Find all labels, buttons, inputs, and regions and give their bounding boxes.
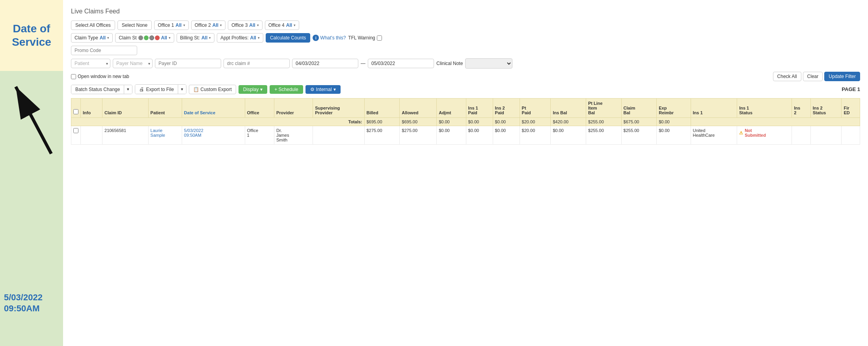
payer-id-input[interactable] bbox=[155, 59, 221, 68]
date-to-input[interactable] bbox=[368, 59, 434, 68]
dos-link[interactable]: 5/03/202209:50AM bbox=[184, 128, 203, 138]
office-filter-row: Select All Offices Select None Office 1 … bbox=[71, 20, 860, 30]
claim-st-arrow-icon: ▾ bbox=[169, 36, 171, 40]
check-all-button[interactable]: Check All bbox=[773, 72, 801, 81]
custom-export-label: Custom Export bbox=[200, 87, 231, 92]
row-supervising-provider bbox=[313, 126, 365, 145]
schedule-button[interactable]: + Schedule bbox=[270, 85, 303, 94]
office1-dropdown[interactable]: Office 1 All ▾ bbox=[154, 20, 188, 30]
appt-profiles-arrow-icon: ▾ bbox=[258, 36, 260, 40]
totals-row: Totals: $695.00 $695.00 $0.00 $0.00 $0.0… bbox=[71, 118, 860, 126]
row-pt-line-item-bal: $255.00 bbox=[586, 126, 622, 145]
export-to-file-button[interactable]: 🖨 Export to File bbox=[135, 85, 178, 94]
th-ins1-paid: Ins 1Paid bbox=[466, 99, 493, 118]
claim-type-value: All bbox=[100, 35, 106, 41]
appt-profiles-dropdown[interactable]: Appt Profiles: All ▾ bbox=[217, 33, 263, 43]
row-checkbox[interactable] bbox=[73, 128, 78, 133]
claim-type-label: Claim Type bbox=[75, 35, 98, 41]
row-provider: Dr.JamesSmith bbox=[274, 126, 313, 145]
claim-type-dropdown[interactable]: Claim Type All ▾ bbox=[71, 33, 113, 43]
clinical-note-select[interactable] bbox=[465, 58, 512, 69]
th-ins-bal: Ins Bal bbox=[551, 99, 586, 118]
office3-dropdown[interactable]: Office 3 All ▾ bbox=[228, 20, 262, 30]
batch-status-arrow-button[interactable]: ▾ bbox=[124, 85, 132, 94]
batch-status-button[interactable]: Batch Status Change bbox=[71, 85, 124, 94]
dot-outline-icon bbox=[149, 35, 154, 40]
tfl-warning-label: TFL Warning bbox=[348, 35, 382, 41]
patient-link[interactable]: LaurieSample bbox=[151, 128, 165, 138]
select-none-button[interactable]: Select None bbox=[117, 20, 152, 30]
date-from-input[interactable] bbox=[292, 59, 358, 68]
export-to-file-group: 🖨 Export to File ▾ bbox=[135, 84, 186, 94]
totals-empty bbox=[691, 118, 860, 126]
row-allowed: $275.00 bbox=[400, 126, 437, 145]
open-window-text: Open window in new tab bbox=[78, 74, 129, 79]
totals-billed: $695.00 bbox=[364, 118, 400, 126]
row-ins2-status bbox=[810, 126, 842, 145]
info-icon: i bbox=[313, 35, 319, 41]
drc-claim-input[interactable] bbox=[224, 59, 290, 68]
claims-table-body: 210656581 LaurieSample 5/03/202209:50AM … bbox=[71, 126, 860, 145]
patient-filter-row: Patient Payer Name — Clinical Note bbox=[71, 58, 860, 69]
dot-red-icon bbox=[155, 35, 160, 40]
section-title: Live Claims Feed bbox=[71, 8, 860, 15]
printer-icon: 🖨 bbox=[139, 86, 144, 92]
th-adjmt: Adjmt bbox=[437, 99, 466, 118]
tfl-warning-checkbox[interactable] bbox=[377, 35, 382, 41]
schedule-label: + Schedule bbox=[274, 87, 298, 92]
export-to-file-arrow-button[interactable]: ▾ bbox=[178, 85, 186, 94]
th-exp-reimbr: ExpReimbr bbox=[657, 99, 691, 118]
payer-name-select[interactable]: Payer Name bbox=[113, 59, 153, 68]
office4-arrow-icon: ▾ bbox=[294, 23, 296, 27]
svg-line-1 bbox=[16, 87, 51, 154]
row-claim-id: 210656581 bbox=[102, 126, 149, 145]
th-provider: Provider bbox=[274, 99, 313, 118]
display-arrow-icon: ▾ bbox=[260, 87, 263, 92]
office2-dropdown[interactable]: Office 2 All ▾ bbox=[191, 20, 225, 30]
gear-icon: ⚙ bbox=[310, 87, 315, 92]
totals-pt-line-item-bal: $255.00 bbox=[586, 118, 622, 126]
select-all-offices-button[interactable]: Select All Offices bbox=[71, 20, 115, 30]
custom-export-button[interactable]: 📋 Custom Export bbox=[189, 85, 236, 94]
internal-button[interactable]: ⚙ Internal ▾ bbox=[305, 85, 341, 94]
payer-name-select-wrapper: Payer Name bbox=[113, 59, 153, 68]
check-clear-group: Check All Clear Update Filter bbox=[773, 72, 860, 81]
th-claim-bal: ClaimBal bbox=[621, 99, 657, 118]
select-all-checkbox[interactable] bbox=[73, 109, 78, 114]
clear-button[interactable]: Clear bbox=[803, 72, 823, 81]
export-to-file-label: Export to File bbox=[146, 87, 174, 92]
row-ins2 bbox=[792, 126, 810, 145]
open-window-label[interactable]: Open window in new tab bbox=[71, 74, 129, 79]
open-window-checkbox[interactable] bbox=[71, 74, 76, 79]
row-pt-paid: $20.00 bbox=[520, 126, 551, 145]
batch-status-group: Batch Status Change ▾ bbox=[71, 85, 132, 94]
arrow-box: 5/03/2022 09:50AM bbox=[0, 71, 63, 346]
claim-st-dropdown[interactable]: Claim St All ▾ bbox=[115, 33, 174, 43]
totals-exp-reimbr: $0.00 bbox=[657, 118, 691, 126]
th-checkbox bbox=[71, 99, 81, 118]
internal-arrow-icon: ▾ bbox=[333, 87, 336, 92]
row-ins1-status: ⚠ NotSubmitted bbox=[737, 126, 792, 145]
billing-st-dropdown[interactable]: Billing St: All ▾ bbox=[177, 33, 214, 43]
warning-icon: ⚠ bbox=[739, 130, 743, 136]
office4-dropdown[interactable]: Office 4 All ▾ bbox=[265, 20, 299, 30]
window-row: Open window in new tab Check All Clear U… bbox=[71, 72, 860, 81]
th-ins1-status: Ins 1Status bbox=[737, 99, 792, 118]
office1-label: Office 1 bbox=[158, 22, 174, 28]
left-panel: Date of Service 5/03/2022 09:50AM bbox=[0, 0, 63, 346]
date-dash: — bbox=[361, 61, 365, 66]
datetime-box: 5/03/2022 09:50AM bbox=[4, 292, 43, 314]
update-filter-button[interactable]: Update Filter bbox=[824, 72, 860, 81]
totals-ins-bal: $420.00 bbox=[551, 118, 586, 126]
patient-select[interactable]: Patient bbox=[71, 59, 110, 68]
office1-value: All bbox=[175, 22, 181, 28]
promo-code-input[interactable] bbox=[71, 46, 137, 55]
internal-label: Internal bbox=[316, 87, 332, 92]
office4-value: All bbox=[286, 22, 292, 28]
display-button[interactable]: Display ▾ bbox=[238, 85, 267, 94]
row-fir-ed bbox=[842, 126, 860, 145]
whats-this-link[interactable]: i What's this? bbox=[313, 35, 346, 41]
calculate-counts-button[interactable]: Calculate Counts bbox=[266, 33, 310, 43]
not-submitted-badge: ⚠ NotSubmitted bbox=[739, 128, 790, 138]
not-submitted-text: NotSubmitted bbox=[745, 128, 766, 138]
